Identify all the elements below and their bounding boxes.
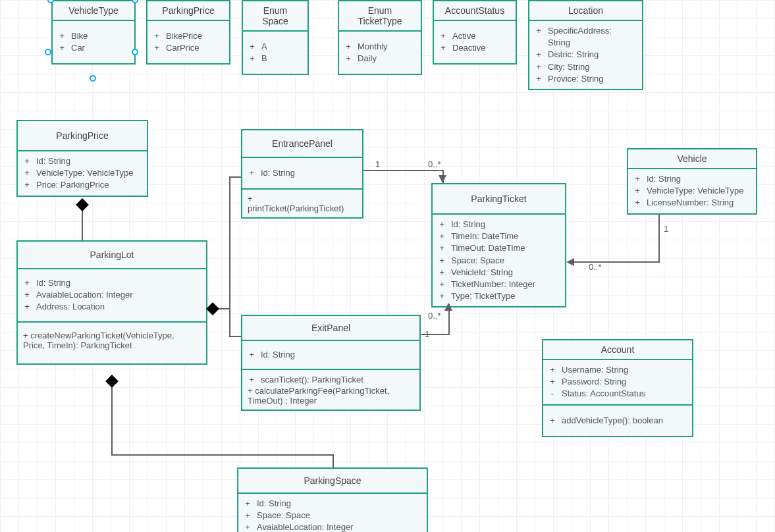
class-title: EntrancePanel	[242, 130, 362, 158]
connector	[111, 454, 333, 456]
class-ops: +addVehicleType(): boolean	[543, 406, 692, 436]
enum-title: VehicleType	[53, 1, 134, 21]
arrowhead-icon	[444, 303, 452, 311]
enum-title: Enum TicketType	[339, 1, 421, 32]
connection-point[interactable]	[132, 0, 138, 3]
enum-accountstatus[interactable]: AccountStatus +Active +Deactive	[433, 0, 517, 65]
class-exitpanel[interactable]: ExitPanel +Id: String +scanTicket(): Par…	[241, 315, 421, 411]
multiplicity-label: 1	[425, 329, 429, 339]
arrowhead-icon	[566, 258, 574, 266]
enum-space[interactable]: Enum Space +A +B	[242, 0, 309, 75]
class-title: ParkingSpace	[238, 469, 427, 494]
multiplicity-label: 0..*	[428, 159, 441, 169]
class-title: ParkingPrice	[18, 121, 147, 151]
class-parkingticket[interactable]: ParkingTicket +Id: String +TimeIn: DateT…	[431, 183, 566, 307]
class-account[interactable]: Account +Username: String +Password: Str…	[542, 339, 693, 437]
connector	[229, 336, 241, 337]
class-ops: + createNewParkingTicket(VehicleType, Pr…	[18, 323, 206, 363]
class-title: Vehicle	[628, 149, 756, 169]
enum-members: +Monthly +Daily	[339, 32, 421, 74]
enum-parkingprice[interactable]: ParkingPrice +BikePrice +CarPrice	[146, 0, 230, 65]
connection-point[interactable]	[45, 49, 51, 55]
connection-point[interactable]	[132, 49, 138, 55]
composition-diamond	[105, 375, 119, 388]
arrowhead-icon	[439, 175, 446, 183]
class-attrs: +Id: String +VehicleType: VehicleType +L…	[628, 169, 756, 213]
class-attrs: +Id: String +VehicleType: VehicleType +P…	[18, 151, 147, 196]
connector	[111, 386, 113, 455]
multiplicity-label: 1	[375, 159, 380, 169]
class-title: Account	[543, 340, 692, 360]
enum-title: Enum Space	[243, 1, 307, 32]
enum-members: +Bike +Car	[53, 21, 134, 63]
connector	[333, 454, 334, 467]
connector	[574, 261, 660, 263]
composition-diamond	[206, 302, 219, 315]
multiplicity-label: 1	[664, 224, 668, 234]
connector	[229, 176, 241, 178]
class-title: ParkingTicket	[433, 184, 565, 215]
enum-members: +BikePrice +CarPrice	[147, 21, 229, 63]
enum-tickettype[interactable]: Enum TicketType +Monthly +Daily	[338, 0, 422, 75]
connector	[363, 170, 442, 171]
class-attrs: +Id: String +Space: Space +AvaiableLocat…	[238, 494, 427, 532]
class-parkingspace[interactable]: ParkingSpace +Id: String +Space: Space +…	[237, 467, 428, 532]
class-attrs: +Username: String +Password: String -Sta…	[543, 360, 692, 406]
enum-title: AccountStatus	[434, 1, 516, 21]
class-entrancepanel[interactable]: EntrancePanel +Id: String + printTicket(…	[241, 129, 363, 219]
composition-diamond	[76, 198, 89, 211]
connector	[229, 176, 230, 309]
enum-members: +A +B	[243, 32, 307, 74]
enum-vehicletype[interactable]: VehicleType +Bike +Car	[51, 0, 136, 65]
class-ops: +scanTicket(): ParkingTicket + calculate…	[242, 370, 419, 410]
multiplicity-label: 0..*	[589, 262, 602, 272]
connector	[229, 308, 230, 337]
enum-title: ParkingPrice	[147, 1, 229, 21]
enum-members: +SpecificAddress: String +Distric: Strin…	[529, 21, 642, 89]
class-parkinglot[interactable]: ParkingLot +Id: String +AvaiableLocation…	[16, 240, 207, 365]
diagram-stage[interactable]: VehicleType +Bike +Car ParkingPrice +Bik…	[0, 0, 775, 532]
class-title: ExitPanel	[242, 316, 419, 341]
enum-title: Location	[529, 1, 642, 21]
class-vehicle[interactable]: Vehicle +Id: String +VehicleType: Vehicl…	[627, 148, 757, 215]
class-title: ParkingLot	[18, 242, 206, 269]
connector	[658, 215, 660, 262]
multiplicity-label: 0..*	[428, 311, 441, 321]
class-parkingprice[interactable]: ParkingPrice +Id: String +VehicleType: V…	[16, 120, 148, 197]
class-attrs: +Id: String +AvaiableLocation: Integer +…	[18, 269, 206, 323]
class-attrs: +Id: String +TimeIn: DateTime +TimeOut: …	[433, 215, 565, 306]
enum-members: +Active +Deactive	[434, 21, 516, 63]
connection-point[interactable]	[90, 75, 96, 82]
class-attrs: +Id: String	[242, 341, 419, 370]
connector	[82, 209, 83, 240]
class-attrs: +Id: String	[242, 158, 362, 190]
class-ops: + printTicket(ParkingTicket)	[242, 190, 362, 217]
enum-location[interactable]: Location +SpecificAddress: String +Distr…	[528, 0, 643, 90]
